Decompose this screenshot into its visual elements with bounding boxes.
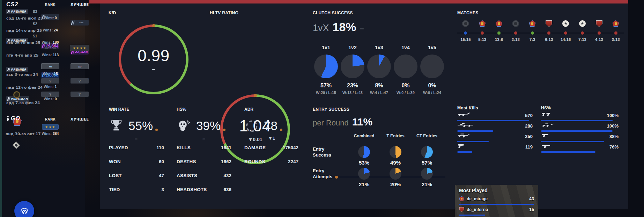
- rank-column-header: RANK: [41, 117, 59, 121]
- awp-icon: [457, 122, 474, 128]
- match-result-dot: [598, 31, 601, 35]
- stat-row: PLAYED110: [109, 145, 164, 150]
- season-date: вск 3-го ноя 24: [6, 72, 38, 77]
- kd-value: 0.99: [138, 46, 170, 65]
- stat-marker-dot: [155, 129, 158, 131]
- stat-row: LOST47: [109, 173, 164, 178]
- match-map-icon: [596, 20, 602, 27]
- weapon-row: 100%: [541, 112, 619, 122]
- season-date: пнд 12-го фев 24: [6, 85, 43, 89]
- best-rank-badge: ---: [71, 20, 89, 26]
- usp-icon: [541, 133, 558, 138]
- matches-section-label: MATCHES: [457, 10, 479, 15]
- stats-panel: K/D 0.99 – HLTV RATING 1.04 ▼0.01 CLUTCH…: [100, 3, 628, 209]
- weapon-row: 570: [457, 112, 533, 122]
- entry-headline: per Round 11%: [313, 116, 372, 128]
- match-map-icon: [579, 20, 586, 27]
- clutch-1v2: 1v2 23% W:13 / L:43: [339, 45, 366, 95]
- entry-attempts-t-pie: [390, 168, 401, 180]
- best-unknown-badge: ?: [71, 92, 89, 97]
- trophy-icon: [109, 119, 124, 133]
- hs-bar: [541, 120, 613, 121]
- anubis-collection-icon: [13, 142, 20, 149]
- match-item[interactable]: 15:15: [457, 20, 474, 42]
- weapon-row: 119: [457, 143, 533, 154]
- season-wins: Wins: 113: [41, 53, 59, 57]
- entry-attempts-combined-pie: [358, 168, 370, 180]
- hltv-delta: ▼0.01: [248, 137, 262, 142]
- entry-col-ct: CT Entries: [411, 133, 443, 138]
- match-stats-column: PLAYED110 WON60 LOST47 TIED3: [109, 145, 164, 201]
- dual-berettas-icon: [541, 112, 558, 117]
- clutch-trend: –: [360, 24, 364, 33]
- map-row[interactable]: de_inferno 15: [459, 206, 534, 217]
- entry-col-t: T Entries: [380, 133, 411, 138]
- clutch-1v5-pie: [420, 55, 444, 78]
- season-label: S2: [33, 22, 37, 26]
- clutch-section-label: CLUTCH SUCCESS: [313, 10, 353, 15]
- clutch-headline: 1vX 18% –: [313, 20, 364, 34]
- entry-attempts-row: EntryAttempts 21% 20% 21%: [313, 168, 443, 187]
- deagle-icon: [457, 143, 474, 149]
- stat-row: TIED3: [109, 187, 164, 192]
- stat-row: WON60: [109, 159, 164, 164]
- premier-badge: PREMIER: [6, 9, 28, 14]
- gauge-marker-dot: [152, 24, 155, 27]
- hltv-gauge: 1.04 ▼0.01: [220, 94, 290, 164]
- weapon-row: 100%: [541, 122, 619, 133]
- match-map-icon: [462, 20, 469, 27]
- rank-column-header: RANK: [41, 3, 59, 7]
- clutch-1v3-pie: [367, 55, 391, 78]
- best-column-header: ЛУЧШЕЕ: [71, 117, 89, 121]
- match-item[interactable]: 7:3: [524, 20, 541, 42]
- clutch-1v5: 1v5 0% W:0 / L:24: [419, 45, 445, 95]
- hltv-section-label: HLTV RATING: [210, 10, 238, 15]
- premier-badge: PREMIER: [6, 67, 28, 72]
- season-wins: Wins: 1: [41, 85, 59, 89]
- match-map-icon: [562, 20, 569, 27]
- weapon-row: 88%: [541, 133, 619, 143]
- weapon-hs-list: 100% 100% 88% 76%: [541, 112, 619, 157]
- most-kills-label: Most Kills: [457, 106, 478, 110]
- season-wins: Wins: 0: [41, 97, 59, 101]
- wreath-event-icon: [13, 91, 20, 98]
- kd-delta: –: [152, 66, 155, 73]
- match-item[interactable]: 5:13: [474, 20, 491, 42]
- hs-value: 39%: [196, 119, 221, 133]
- clutch-1v1: 1v1 57% W:20 / L:15: [313, 45, 339, 95]
- match-item[interactable]: 4:13: [591, 20, 607, 42]
- most-kills-list: 570 288 250 119: [457, 112, 533, 157]
- match-item[interactable]: 13:8: [491, 20, 508, 42]
- entry-success-combined-pie: [358, 146, 370, 158]
- season-wins: Wins: 24: [41, 28, 59, 32]
- match-item[interactable]: 14:16: [557, 20, 574, 42]
- weapon-row: 76%: [541, 143, 619, 154]
- map-row[interactable]: de_mirage 43: [459, 195, 534, 206]
- season-date: срд 7-го фев 24: [6, 101, 40, 105]
- entry-prefix: per Round: [313, 118, 349, 128]
- kills-bar: [457, 141, 489, 142]
- best-rank-stars-badge: ★★★★: [70, 45, 89, 51]
- entry-success-row: EntrySuccess 53% 49% 57%: [313, 146, 443, 166]
- clutch-pies: 1v1 57% W:20 / L:15 1v2 23% W:13 / L:43 …: [313, 45, 445, 95]
- match-map-icon: [546, 20, 552, 27]
- match-item[interactable]: 7:13: [574, 20, 591, 42]
- match-result-dot: [547, 31, 550, 35]
- gauge-marker-dot: [254, 94, 257, 97]
- match-map-icon: [496, 20, 502, 27]
- rank-chevron-badge: ›››: [41, 63, 59, 69]
- match-item[interactable]: 3:13: [607, 20, 624, 42]
- win-rate-delta: –: [129, 136, 143, 142]
- season-date: птн 4-го апр 25: [6, 53, 38, 57]
- entry-table-header: Combined T Entries CT Entries: [313, 133, 443, 138]
- entry-attempts-ct-pie: [421, 168, 433, 180]
- match-item[interactable]: 6:13: [541, 20, 557, 42]
- match-result-dot: [481, 31, 484, 35]
- match-map-icon: [613, 20, 619, 27]
- clutch-1v2-pie: [341, 55, 364, 78]
- entry-success-label: EntrySuccess: [313, 146, 348, 166]
- kills-bar: [457, 130, 493, 132]
- r8-revolver-icon: [541, 143, 558, 149]
- match-item[interactable]: 2:13: [507, 20, 524, 42]
- seasons-sidebar: CS2 RANK ЛУЧШЕЕ PREMIER S3 --- --- срд 1…: [2, 0, 85, 217]
